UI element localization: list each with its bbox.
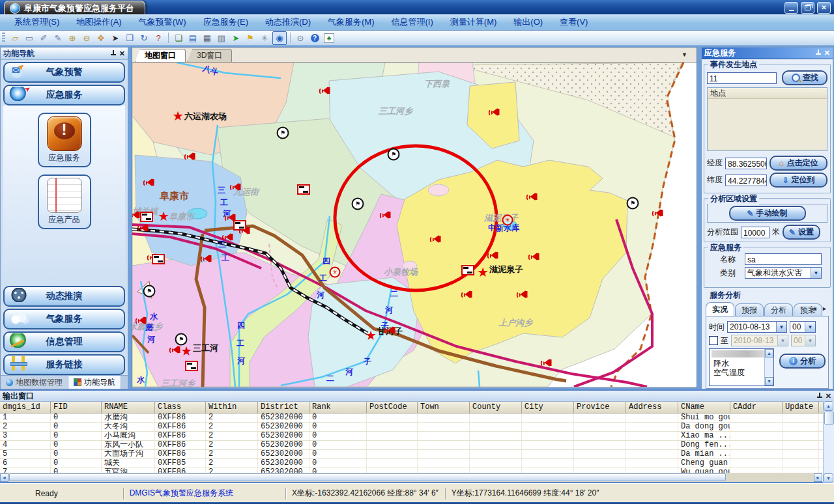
table-row[interactable]: 60城关0XFF8526523020000Cheng guan	[0, 459, 834, 468]
export-map-icon[interactable]: ▤	[186, 32, 199, 44]
monument-marker-icon[interactable]: ⚑	[175, 333, 188, 346]
speaker-marker-icon[interactable]	[143, 178, 154, 187]
column-header-Update[interactable]: Update	[783, 402, 819, 413]
monument-marker-icon[interactable]: ⚑	[277, 127, 289, 139]
listbox-item[interactable]: 降水	[712, 359, 771, 368]
location-list[interactable]: 地点	[707, 87, 827, 151]
locate-to-button[interactable]: 定位到	[769, 173, 827, 188]
select-rect-icon[interactable]: ▭	[23, 32, 36, 44]
red-circle-marker-icon[interactable]: ✳	[330, 267, 341, 278]
menu-item-0[interactable]: 系统管理(S)	[7, 15, 67, 29]
monument-marker-icon[interactable]: ⚑	[352, 198, 364, 210]
print-icon[interactable]: ▦	[201, 32, 214, 44]
vscroll-up-icon[interactable]	[824, 401, 833, 411]
column-header-Address[interactable]: Address	[626, 402, 678, 413]
nav-pin-icon[interactable]	[110, 50, 116, 57]
eye-icon[interactable]: ⊙	[294, 32, 307, 44]
column-header-FID[interactable]: FID	[51, 402, 102, 413]
flag-marker-icon[interactable]	[140, 212, 153, 222]
menu-item-1[interactable]: 地图操作(A)	[68, 15, 129, 29]
dropdown-arrow-icon[interactable]	[811, 268, 821, 278]
tab-map-view[interactable]: 地图窗口	[135, 49, 186, 62]
flag-marker-icon[interactable]	[152, 254, 165, 264]
select-free-icon[interactable]: ✐	[37, 32, 50, 44]
emergency-service-button[interactable]: 应急服务	[38, 113, 91, 167]
nav-group-dynamic-deduction[interactable]: 动态推演	[3, 286, 125, 307]
hscroll-right-icon[interactable]	[814, 473, 822, 482]
flag-marker-icon[interactable]	[185, 361, 198, 371]
hour-select[interactable]: 00	[790, 321, 816, 333]
find-button[interactable]: 查找	[782, 70, 827, 85]
star-marker-icon[interactable]: ★	[181, 346, 191, 357]
flag-marker-icon[interactable]	[297, 184, 310, 195]
table-row[interactable]: 20大冬沟0XFF8626523020000Da dong gou	[0, 423, 834, 432]
longitude-input[interactable]: 88.36255063	[725, 158, 767, 169]
close-button[interactable]: ✕	[817, 2, 831, 14]
analyze-button[interactable]: i 分析	[779, 354, 826, 369]
zoom-in-icon[interactable]: ⊕	[66, 32, 79, 44]
menu-item-5[interactable]: 气象服务(M)	[320, 15, 382, 29]
speaker-marker-icon[interactable]	[526, 192, 538, 201]
menu-item-6[interactable]: 信息管理(I)	[384, 15, 441, 29]
panel-pin-icon[interactable]	[815, 49, 821, 57]
help-icon[interactable]: ?	[308, 32, 321, 44]
speaker-marker-icon[interactable]	[319, 86, 330, 95]
nav-group-weather-warning[interactable]: 气象预警	[3, 62, 125, 83]
manual-draw-button[interactable]: 手动绘制	[729, 206, 806, 221]
output-hscrollbar[interactable]	[0, 473, 822, 482]
full-extent-icon[interactable]: ❒	[123, 32, 136, 44]
vscroll-thumb[interactable]	[824, 412, 834, 425]
menu-item-4[interactable]: 动态推演(D)	[257, 15, 319, 29]
tab-scroll-icons[interactable]	[812, 305, 829, 312]
output-vscrollbar[interactable]	[823, 401, 834, 483]
column-header-CAddr[interactable]: CAddr	[730, 402, 783, 413]
speaker-marker-icon[interactable]	[169, 345, 180, 354]
speaker-marker-icon[interactable]	[380, 210, 391, 219]
column-header-City[interactable]: City	[522, 402, 574, 413]
vscroll-down-icon[interactable]	[824, 473, 833, 483]
settings-icon[interactable]: ✳	[258, 32, 271, 44]
speaker-marker-icon[interactable]	[384, 326, 395, 335]
element-listbox[interactable]: 降水空气温度	[709, 348, 774, 386]
table-row[interactable]: 40东风一小队0XFF8626523020000Dong fen...	[0, 441, 834, 450]
nav-group-weather-service[interactable]: 气象服务	[3, 309, 125, 329]
listbox-scrollbar[interactable]	[764, 349, 773, 385]
column-header-dmgis_id[interactable]: dmgis_id	[0, 402, 51, 413]
speaker-marker-icon[interactable]	[517, 290, 528, 299]
column-header-Within[interactable]: Within	[206, 402, 258, 413]
flag-marker-icon[interactable]	[233, 220, 246, 231]
date-select[interactable]: 2010-08-13	[727, 321, 787, 333]
globe-tool-icon[interactable]: ◉	[272, 31, 287, 45]
panel-close-icon[interactable]	[824, 49, 830, 57]
menu-item-8[interactable]: 输出(O)	[506, 15, 551, 29]
hscroll-thumb[interactable]	[9, 473, 726, 481]
map-tab-dropdown-icon[interactable]	[682, 51, 687, 58]
table-row[interactable]: 30小马厩沟0XFF8626523020000Xiao ma ...	[0, 432, 834, 441]
nav-group-service-links[interactable]: 服务链接	[3, 354, 125, 375]
measure-icon[interactable]: ▱	[8, 32, 22, 44]
red-circle-marker-icon[interactable]: ✳	[502, 215, 513, 226]
monument-marker-icon[interactable]: ⚑	[388, 148, 400, 161]
restore-button[interactable]	[801, 2, 814, 14]
emergency-product-button[interactable]: 应急产品	[38, 175, 91, 229]
speaker-marker-icon[interactable]	[528, 252, 539, 261]
scroll-up-icon[interactable]	[765, 349, 773, 357]
column-header-District[interactable]: District	[258, 402, 309, 413]
column-header-County[interactable]: County	[470, 402, 522, 413]
flag-marker-icon[interactable]	[461, 265, 474, 275]
latitude-input[interactable]: 44.22778446	[725, 175, 767, 186]
scroll-down-icon[interactable]	[765, 377, 773, 385]
print-preview-icon[interactable]: ▥	[215, 32, 228, 44]
tab-3d-view[interactable]: 3D窗口	[187, 49, 232, 62]
hscroll-left-icon[interactable]	[0, 473, 8, 482]
identify-icon[interactable]: ?	[152, 32, 165, 44]
type-select[interactable]: 气象和洪水灾害	[745, 267, 822, 279]
pointer-icon[interactable]: ➤	[109, 32, 122, 44]
refresh-icon[interactable]: ↻	[137, 32, 151, 44]
tab-map-data-management[interactable]: 地图数据管理	[1, 376, 68, 389]
set-button[interactable]: 设置	[783, 225, 820, 240]
tab-function-navigation[interactable]: 功能导航	[68, 376, 121, 389]
speaker-marker-icon[interactable]	[489, 107, 500, 117]
pan-icon[interactable]: ✥	[94, 32, 108, 44]
column-header-Class[interactable]: Class	[155, 402, 206, 413]
